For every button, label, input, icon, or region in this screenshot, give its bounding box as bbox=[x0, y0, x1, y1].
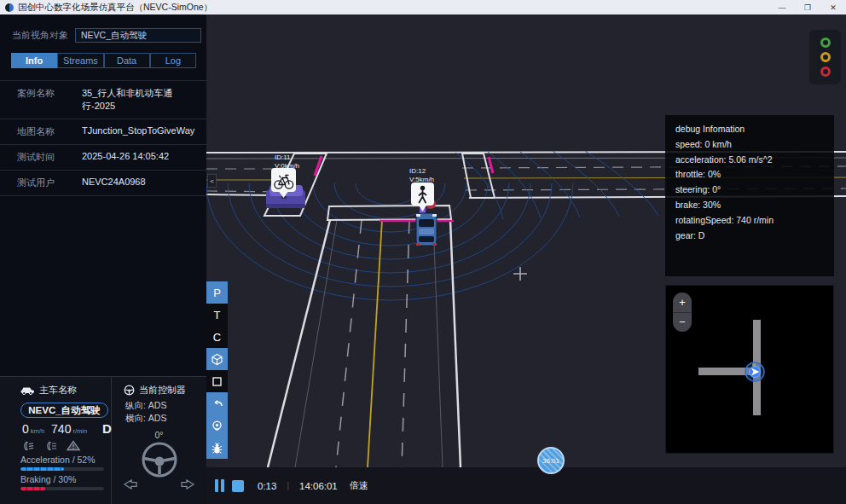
debug-rotating-speed: rotatingSpeed: 740 r/min bbox=[675, 213, 824, 229]
hazard-warning-icon bbox=[67, 440, 80, 451]
traffic-light-red bbox=[820, 67, 831, 77]
info-rows: 案例名称 35_行人和非机动车通行-2025 地图名称 TJunction_St… bbox=[0, 80, 206, 196]
pedestrian-id-label: ID:12 bbox=[409, 167, 426, 175]
case-name-value: 35_行人和非机动车通行-2025 bbox=[82, 87, 201, 113]
steering-wheel-icon bbox=[138, 440, 181, 483]
sidebar: 当前视角对象 Info Streams Data Log 案例名称 35_行人和… bbox=[0, 14, 206, 504]
minimap[interactable]: + − bbox=[665, 285, 834, 454]
longitudinal-control: 纵向: ADS bbox=[112, 400, 206, 412]
bug-icon bbox=[211, 442, 223, 455]
tab-log[interactable]: Log bbox=[150, 53, 196, 68]
vehicle-name-button[interactable]: NEVC_自动驾驶 bbox=[20, 403, 108, 418]
tool-t-button[interactable]: T bbox=[206, 304, 228, 326]
view-object-input[interactable] bbox=[75, 28, 201, 43]
debug-panel: debug Infomation speed: 0 km/h accelerat… bbox=[665, 115, 834, 276]
case-name-label: 案例名称 bbox=[17, 87, 82, 113]
curved-arrow-icon bbox=[211, 397, 223, 410]
info-row-time: 测试时间 2025-04-26 14:05:42 bbox=[0, 145, 206, 171]
tool-p-button[interactable]: P bbox=[206, 281, 228, 304]
traffic-light-green bbox=[820, 38, 831, 48]
countdown-timer-badge[interactable]: 36:01 bbox=[537, 447, 565, 474]
close-button[interactable]: ✕ bbox=[820, 0, 846, 14]
braking-label: Braking / 30% bbox=[20, 474, 111, 484]
speed-unit: km/h bbox=[31, 427, 44, 435]
window-controls: — ❐ ✕ bbox=[769, 0, 846, 14]
steer-left-arrow-icon bbox=[120, 478, 139, 491]
zoom-in-button[interactable]: + bbox=[673, 293, 692, 313]
test-time-value: 2025-04-26 14:05:42 bbox=[82, 151, 169, 164]
window-title: 国创中心数字化场景仿真平台（NEVC-SimOne） bbox=[18, 2, 769, 14]
traffic-light-yellow bbox=[820, 52, 831, 62]
rpm-value: 740 bbox=[51, 422, 71, 436]
vehicle-title: 主车名称 bbox=[39, 384, 77, 397]
steer-right-arrow-icon bbox=[179, 478, 198, 491]
sidebar-tabs: Info Streams Data Log bbox=[11, 53, 196, 68]
controller-title: 当前控制器 bbox=[139, 384, 186, 397]
traffic-light-panel bbox=[809, 30, 841, 84]
clock-time: 14:06:01 bbox=[299, 481, 338, 491]
vehicle-panel: 主车名称 NEVC_自动驾驶 0 km/h 740 r/min D bbox=[0, 376, 206, 504]
debug-brake: brake: 30% bbox=[675, 198, 824, 213]
lateral-control: 横向: ADS bbox=[112, 413, 206, 425]
acceleration-fill bbox=[20, 467, 64, 471]
sidebar-collapse-button[interactable]: < bbox=[207, 174, 217, 188]
car-icon bbox=[20, 385, 35, 395]
main-area: ID:11 V:0km/h ID:12 V:5km/h < P T C bbox=[206, 14, 846, 504]
steering-wheel-area bbox=[112, 440, 206, 493]
tab-streams[interactable]: Streams bbox=[57, 53, 103, 68]
steering-icon bbox=[124, 385, 135, 396]
speed-row: 0 km/h 740 r/min D bbox=[0, 421, 111, 436]
zoom-out-button[interactable]: − bbox=[673, 313, 692, 333]
tab-data[interactable]: Data bbox=[104, 53, 150, 68]
stop-button[interactable] bbox=[232, 480, 244, 492]
controller-title-row: 当前控制器 bbox=[112, 384, 206, 397]
test-user-label: 测试用户 bbox=[17, 177, 82, 189]
vehicle-panel-left: 主车名称 NEVC_自动驾驶 0 km/h 740 r/min D bbox=[0, 377, 112, 504]
tool-select-button[interactable] bbox=[206, 370, 228, 392]
playback-bar: 0:13 | 14:06:01 倍速 bbox=[206, 467, 846, 504]
info-row-case: 案例名称 35_行人和非机动车通行-2025 bbox=[0, 81, 206, 119]
minimap-ego-marker bbox=[745, 362, 764, 381]
elapsed-time: 0:13 bbox=[258, 481, 276, 491]
location-icon bbox=[211, 420, 223, 432]
maximize-button[interactable]: ❐ bbox=[795, 0, 820, 14]
tool-undo-button[interactable] bbox=[206, 392, 228, 414]
tool-locate-button[interactable] bbox=[206, 414, 228, 437]
braking-fill bbox=[20, 487, 45, 490]
tool-cube-button[interactable] bbox=[206, 348, 228, 370]
cyclist-speed-label: V:0km/h bbox=[275, 162, 299, 170]
cube-icon bbox=[211, 353, 223, 366]
indicator-icons-row bbox=[20, 440, 111, 451]
info-row-user: 测试用户 NEVC24A0968 bbox=[0, 171, 206, 196]
minimize-button[interactable]: — bbox=[769, 0, 795, 14]
ego-vehicle[interactable] bbox=[416, 213, 437, 246]
info-row-map: 地图名称 TJunction_StopToGiveWay bbox=[0, 119, 206, 145]
test-user-value: NEVC24A0968 bbox=[82, 177, 146, 189]
minimap-zoom-control: + − bbox=[673, 293, 692, 332]
acceleration-bar bbox=[20, 467, 104, 471]
pause-button[interactable] bbox=[215, 479, 224, 492]
app-window: 国创中心数字化场景仿真平台（NEVC-SimOne） — ❐ ✕ 当前视角对象 … bbox=[0, 0, 846, 504]
debug-acceleration: acceleration: 5.06 m/s^2 bbox=[675, 153, 824, 168]
debug-speed: speed: 0 km/h bbox=[675, 137, 824, 153]
gear-indicator: D bbox=[102, 421, 112, 436]
map-name-label: 地图名称 bbox=[17, 125, 82, 138]
tool-c-button[interactable]: C bbox=[206, 326, 228, 348]
pedestrian-speed-label: V:5km/h bbox=[409, 176, 434, 183]
playback-speed-button[interactable]: 倍速 bbox=[350, 479, 368, 492]
speed-value: 0 bbox=[22, 422, 29, 436]
steering-angle: 0° bbox=[112, 430, 206, 440]
debug-gear: gear: D bbox=[675, 229, 824, 244]
time-separator: | bbox=[287, 481, 289, 490]
app-icon bbox=[5, 3, 14, 12]
cyclist-id-label: ID:11 bbox=[275, 154, 291, 161]
simulation-viewport[interactable]: ID:11 V:0km/h ID:12 V:5km/h < P T C bbox=[206, 14, 846, 467]
braking-bar bbox=[20, 487, 104, 490]
rpm-unit: r/min bbox=[72, 427, 87, 435]
test-time-label: 测试时间 bbox=[17, 151, 82, 164]
tool-debug-button[interactable] bbox=[206, 437, 228, 459]
low-beam-icon bbox=[20, 441, 35, 451]
view-object-row: 当前视角对象 bbox=[0, 14, 206, 51]
tab-info[interactable]: Info bbox=[11, 53, 57, 68]
debug-title: debug Infomation bbox=[675, 122, 824, 137]
